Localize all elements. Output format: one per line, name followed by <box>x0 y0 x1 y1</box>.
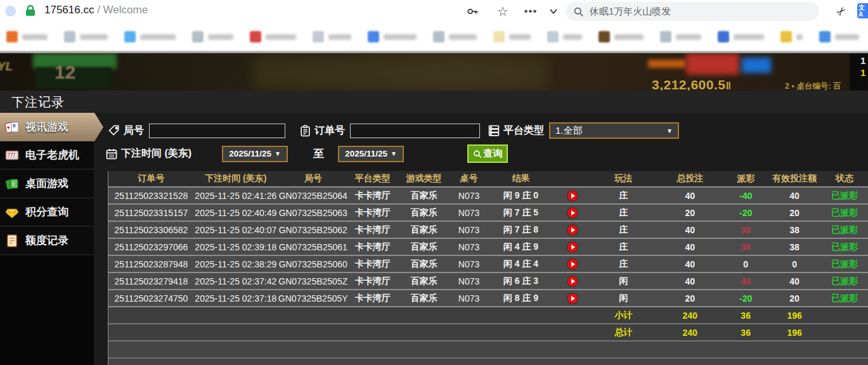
bet-records-table: 订单号下注时间 (美东)局号平台类型游戏类型桌号结果玩法总投注派彩有效投注额状态… <box>108 171 868 365</box>
bookmark-item[interactable] <box>192 31 233 42</box>
bookmark-item[interactable] <box>781 31 803 42</box>
bookmark-blurred-title <box>266 34 296 40</box>
bookmark-item[interactable] <box>493 31 531 42</box>
table-body: 2511250233215282025-11-25 02:41:26GN0732… <box>108 188 868 365</box>
tab-favicon <box>5 6 16 16</box>
cell-game: 百家乐 <box>397 205 451 221</box>
sidebar-item-points[interactable]: 积分查询 <box>0 198 94 227</box>
bookmark-blurred-title <box>80 34 108 40</box>
sidebar-item-video-games[interactable]: ♥9 视讯游戏 <box>0 113 103 141</box>
cell-empty <box>397 307 451 323</box>
bookmark-item[interactable] <box>313 31 351 42</box>
page-title-bar: 下注记录 <box>0 91 868 113</box>
cell-platform: 卡卡湾厅 <box>349 239 397 255</box>
cell-empty <box>487 324 555 340</box>
total-label: 总计 <box>590 324 656 340</box>
cell-game: 百家乐 <box>397 290 451 306</box>
bookmark-item[interactable] <box>599 31 644 42</box>
bookmark-favicon <box>6 31 18 42</box>
bookmark-item[interactable] <box>6 31 48 42</box>
bookmark-favicon <box>599 31 610 42</box>
bookmark-item[interactable] <box>124 31 176 42</box>
cell-result: 闲 6 庄 3 <box>487 273 555 289</box>
translate-icon[interactable]: 文A <box>857 3 868 18</box>
date-to-select[interactable]: 2025/11/25 ▼ <box>338 146 404 162</box>
cell-table_no: N073 <box>451 188 487 203</box>
bookmark-favicon <box>493 31 505 42</box>
cell-game: 百家乐 <box>397 188 451 203</box>
search-box[interactable]: 休眠1万年火山喷发 <box>566 2 819 21</box>
play-video-button[interactable] <box>555 290 590 306</box>
cell-payout: 0 <box>723 256 768 272</box>
table-row: 2511250233065822025-11-25 02:40:07GN0732… <box>108 222 868 239</box>
bookmark-item[interactable] <box>433 31 477 42</box>
platform-type-select[interactable]: 1.全部 ▼ <box>549 122 679 139</box>
play-video-button[interactable] <box>555 222 590 238</box>
sidebar: ♥9 视讯游戏 777 电子老虎机 ① 桌面游戏 积分查询 额度记 <box>0 113 94 365</box>
bookmark-item[interactable] <box>819 31 859 42</box>
total-valid-bet: 196 <box>768 324 821 340</box>
bookmark-item[interactable] <box>660 31 701 42</box>
cell-payout: -20 <box>723 205 768 221</box>
bookmark-item[interactable] <box>368 31 417 42</box>
cell-total_bet: 20 <box>656 290 723 306</box>
cell-total_bet: 40 <box>656 239 723 255</box>
total-payout: 36 <box>723 324 768 340</box>
bookmark-item[interactable] <box>250 31 296 42</box>
filter-row-time: 下注时间 (美东) 2025/11/25 ▼ 至 2025/11/25 ▼ 查询 <box>105 144 508 163</box>
table-row: 2511250232794182025-11-25 02:37:42GN0732… <box>108 273 868 290</box>
cell-game: 百家乐 <box>397 256 451 272</box>
banner-table-number: 2 • 桌台编号: 百 <box>785 81 841 91</box>
banner-table-blur <box>254 58 545 89</box>
scissors-icon[interactable]: ✂ <box>828 0 854 25</box>
cell-table_no: N073 <box>451 239 487 255</box>
sidebar-item-table-games[interactable]: ① 桌面游戏 <box>0 170 94 198</box>
lock-icon[interactable] <box>25 5 36 19</box>
cell-game: 百家乐 <box>397 273 451 289</box>
cell-round: GN07325B25060 <box>278 256 349 272</box>
play-video-button[interactable] <box>555 256 590 272</box>
cell-round: GN07325B2505Z <box>278 273 349 289</box>
date-to-value: 2025/11/25 <box>345 149 387 158</box>
bookmark-favicon <box>718 31 729 42</box>
bookmark-item[interactable] <box>547 31 582 42</box>
cell-play: 庄 <box>590 188 656 203</box>
chevron-down-icon: ▼ <box>666 127 673 134</box>
order-no-input[interactable] <box>350 124 480 138</box>
chevron-down-icon[interactable] <box>544 3 563 20</box>
subtotal-total-bet: 240 <box>656 307 723 323</box>
cell-total_bet: 20 <box>656 205 723 221</box>
column-header: 总投注 <box>656 171 723 186</box>
svg-text:①: ① <box>13 182 17 186</box>
play-video-button[interactable] <box>555 239 590 255</box>
platform-type-label: 平台类型 <box>503 124 544 138</box>
bookmark-item[interactable] <box>718 31 764 42</box>
play-video-button[interactable] <box>555 273 590 289</box>
play-video-button[interactable] <box>555 188 590 203</box>
svg-text:777: 777 <box>8 152 16 158</box>
bookmark-favicon <box>250 31 261 42</box>
sidebar-item-quota-records[interactable]: 额度记录 <box>0 227 94 255</box>
cell-order: 251125023287948 <box>108 256 194 272</box>
extensions-menu-icon[interactable]: ••• <box>521 3 540 20</box>
round-no-input[interactable] <box>149 124 285 138</box>
sidebar-item-slots[interactable]: 777 电子老虎机 <box>0 141 94 170</box>
cell-empty <box>194 307 278 323</box>
play-video-button[interactable] <box>555 205 590 221</box>
bookmark-star-icon[interactable]: ☆ <box>493 3 512 20</box>
date-from-select[interactable]: 2025/11/25 ▼ <box>222 146 288 162</box>
bookmark-blurred-title <box>22 34 48 40</box>
query-button[interactable]: 查询 <box>467 144 508 163</box>
bookmark-item[interactable] <box>64 31 108 42</box>
bookmark-favicon <box>368 31 379 42</box>
subtotal-valid-bet: 196 <box>768 307 821 323</box>
password-key-icon[interactable] <box>463 3 482 20</box>
cell-valid_bet: 40 <box>768 188 821 203</box>
banner-orange-badge <box>648 60 686 68</box>
bookmark-favicon <box>64 31 75 42</box>
address-bar[interactable]: 175616.cc / Welcome <box>44 4 148 16</box>
casino-banner: YL 12 3,212,600.5‖ 2 • 桌台编号: 百 1 1 <box>0 53 868 91</box>
cell-order: 251125023306582 <box>108 222 194 238</box>
cell-round: GN07325B25062 <box>278 222 349 238</box>
column-header: 局号 <box>278 171 349 186</box>
